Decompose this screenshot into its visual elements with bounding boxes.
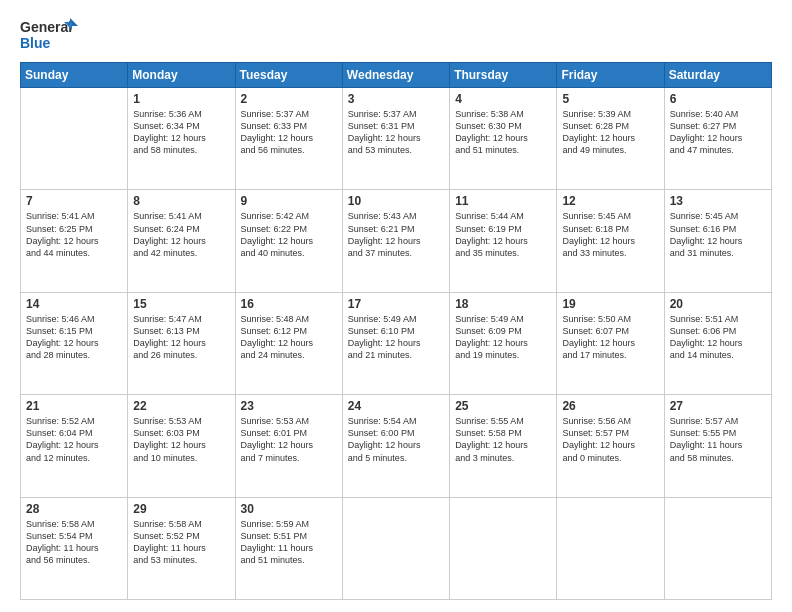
calendar-cell: 7Sunrise: 5:41 AM Sunset: 6:25 PM Daylig… [21,190,128,292]
day-number: 12 [562,194,658,208]
day-info: Sunrise: 5:38 AM Sunset: 6:30 PM Dayligh… [455,108,551,157]
day-number: 7 [26,194,122,208]
calendar-week-row: 14Sunrise: 5:46 AM Sunset: 6:15 PM Dayli… [21,292,772,394]
day-number: 23 [241,399,337,413]
day-number: 11 [455,194,551,208]
day-number: 27 [670,399,766,413]
calendar-cell: 16Sunrise: 5:48 AM Sunset: 6:12 PM Dayli… [235,292,342,394]
logo-svg: GeneralBlue [20,16,80,52]
day-number: 18 [455,297,551,311]
calendar-cell: 3Sunrise: 5:37 AM Sunset: 6:31 PM Daylig… [342,88,449,190]
day-number: 8 [133,194,229,208]
day-number: 4 [455,92,551,106]
day-info: Sunrise: 5:53 AM Sunset: 6:01 PM Dayligh… [241,415,337,464]
calendar-cell: 25Sunrise: 5:55 AM Sunset: 5:58 PM Dayli… [450,395,557,497]
calendar-cell: 28Sunrise: 5:58 AM Sunset: 5:54 PM Dayli… [21,497,128,599]
day-info: Sunrise: 5:52 AM Sunset: 6:04 PM Dayligh… [26,415,122,464]
weekday-header-saturday: Saturday [664,63,771,88]
weekday-header-monday: Monday [128,63,235,88]
day-info: Sunrise: 5:49 AM Sunset: 6:10 PM Dayligh… [348,313,444,362]
weekday-header-row: SundayMondayTuesdayWednesdayThursdayFrid… [21,63,772,88]
day-info: Sunrise: 5:41 AM Sunset: 6:25 PM Dayligh… [26,210,122,259]
weekday-header-sunday: Sunday [21,63,128,88]
day-info: Sunrise: 5:42 AM Sunset: 6:22 PM Dayligh… [241,210,337,259]
day-number: 17 [348,297,444,311]
calendar-cell: 29Sunrise: 5:58 AM Sunset: 5:52 PM Dayli… [128,497,235,599]
calendar-week-row: 28Sunrise: 5:58 AM Sunset: 5:54 PM Dayli… [21,497,772,599]
day-number: 30 [241,502,337,516]
day-info: Sunrise: 5:43 AM Sunset: 6:21 PM Dayligh… [348,210,444,259]
calendar-cell: 5Sunrise: 5:39 AM Sunset: 6:28 PM Daylig… [557,88,664,190]
calendar-cell: 19Sunrise: 5:50 AM Sunset: 6:07 PM Dayli… [557,292,664,394]
calendar-cell: 10Sunrise: 5:43 AM Sunset: 6:21 PM Dayli… [342,190,449,292]
day-number: 16 [241,297,337,311]
day-info: Sunrise: 5:59 AM Sunset: 5:51 PM Dayligh… [241,518,337,567]
day-number: 25 [455,399,551,413]
logo: GeneralBlue [20,16,80,52]
calendar-cell: 14Sunrise: 5:46 AM Sunset: 6:15 PM Dayli… [21,292,128,394]
calendar-cell [450,497,557,599]
day-info: Sunrise: 5:46 AM Sunset: 6:15 PM Dayligh… [26,313,122,362]
calendar-week-row: 1Sunrise: 5:36 AM Sunset: 6:34 PM Daylig… [21,88,772,190]
calendar-cell: 4Sunrise: 5:38 AM Sunset: 6:30 PM Daylig… [450,88,557,190]
calendar-cell: 18Sunrise: 5:49 AM Sunset: 6:09 PM Dayli… [450,292,557,394]
day-info: Sunrise: 5:48 AM Sunset: 6:12 PM Dayligh… [241,313,337,362]
day-info: Sunrise: 5:39 AM Sunset: 6:28 PM Dayligh… [562,108,658,157]
calendar-cell: 23Sunrise: 5:53 AM Sunset: 6:01 PM Dayli… [235,395,342,497]
day-number: 5 [562,92,658,106]
calendar-cell: 8Sunrise: 5:41 AM Sunset: 6:24 PM Daylig… [128,190,235,292]
calendar-cell: 17Sunrise: 5:49 AM Sunset: 6:10 PM Dayli… [342,292,449,394]
day-info: Sunrise: 5:44 AM Sunset: 6:19 PM Dayligh… [455,210,551,259]
page: GeneralBlue SundayMondayTuesdayWednesday… [0,0,792,612]
day-info: Sunrise: 5:37 AM Sunset: 6:33 PM Dayligh… [241,108,337,157]
calendar-cell: 20Sunrise: 5:51 AM Sunset: 6:06 PM Dayli… [664,292,771,394]
calendar-cell: 26Sunrise: 5:56 AM Sunset: 5:57 PM Dayli… [557,395,664,497]
day-info: Sunrise: 5:51 AM Sunset: 6:06 PM Dayligh… [670,313,766,362]
day-info: Sunrise: 5:37 AM Sunset: 6:31 PM Dayligh… [348,108,444,157]
calendar-cell [21,88,128,190]
day-info: Sunrise: 5:50 AM Sunset: 6:07 PM Dayligh… [562,313,658,362]
day-info: Sunrise: 5:49 AM Sunset: 6:09 PM Dayligh… [455,313,551,362]
calendar-cell: 2Sunrise: 5:37 AM Sunset: 6:33 PM Daylig… [235,88,342,190]
day-info: Sunrise: 5:58 AM Sunset: 5:54 PM Dayligh… [26,518,122,567]
day-info: Sunrise: 5:56 AM Sunset: 5:57 PM Dayligh… [562,415,658,464]
day-number: 3 [348,92,444,106]
day-number: 20 [670,297,766,311]
calendar-week-row: 7Sunrise: 5:41 AM Sunset: 6:25 PM Daylig… [21,190,772,292]
calendar-cell: 22Sunrise: 5:53 AM Sunset: 6:03 PM Dayli… [128,395,235,497]
calendar-table: SundayMondayTuesdayWednesdayThursdayFrid… [20,62,772,600]
day-number: 19 [562,297,658,311]
calendar-cell: 13Sunrise: 5:45 AM Sunset: 6:16 PM Dayli… [664,190,771,292]
calendar-cell: 12Sunrise: 5:45 AM Sunset: 6:18 PM Dayli… [557,190,664,292]
svg-text:General: General [20,19,72,35]
day-number: 9 [241,194,337,208]
calendar-cell: 1Sunrise: 5:36 AM Sunset: 6:34 PM Daylig… [128,88,235,190]
day-number: 2 [241,92,337,106]
day-info: Sunrise: 5:41 AM Sunset: 6:24 PM Dayligh… [133,210,229,259]
day-info: Sunrise: 5:57 AM Sunset: 5:55 PM Dayligh… [670,415,766,464]
calendar-cell: 27Sunrise: 5:57 AM Sunset: 5:55 PM Dayli… [664,395,771,497]
day-number: 15 [133,297,229,311]
weekday-header-tuesday: Tuesday [235,63,342,88]
weekday-header-friday: Friday [557,63,664,88]
calendar-cell: 15Sunrise: 5:47 AM Sunset: 6:13 PM Dayli… [128,292,235,394]
svg-text:Blue: Blue [20,35,51,51]
day-number: 26 [562,399,658,413]
calendar-cell: 6Sunrise: 5:40 AM Sunset: 6:27 PM Daylig… [664,88,771,190]
day-number: 21 [26,399,122,413]
day-info: Sunrise: 5:40 AM Sunset: 6:27 PM Dayligh… [670,108,766,157]
header: GeneralBlue [20,16,772,52]
day-info: Sunrise: 5:36 AM Sunset: 6:34 PM Dayligh… [133,108,229,157]
calendar-cell [342,497,449,599]
day-info: Sunrise: 5:45 AM Sunset: 6:16 PM Dayligh… [670,210,766,259]
day-number: 29 [133,502,229,516]
day-info: Sunrise: 5:54 AM Sunset: 6:00 PM Dayligh… [348,415,444,464]
day-number: 28 [26,502,122,516]
calendar-cell: 11Sunrise: 5:44 AM Sunset: 6:19 PM Dayli… [450,190,557,292]
day-info: Sunrise: 5:55 AM Sunset: 5:58 PM Dayligh… [455,415,551,464]
day-number: 14 [26,297,122,311]
calendar-cell: 24Sunrise: 5:54 AM Sunset: 6:00 PM Dayli… [342,395,449,497]
calendar-cell [557,497,664,599]
day-info: Sunrise: 5:47 AM Sunset: 6:13 PM Dayligh… [133,313,229,362]
day-info: Sunrise: 5:58 AM Sunset: 5:52 PM Dayligh… [133,518,229,567]
